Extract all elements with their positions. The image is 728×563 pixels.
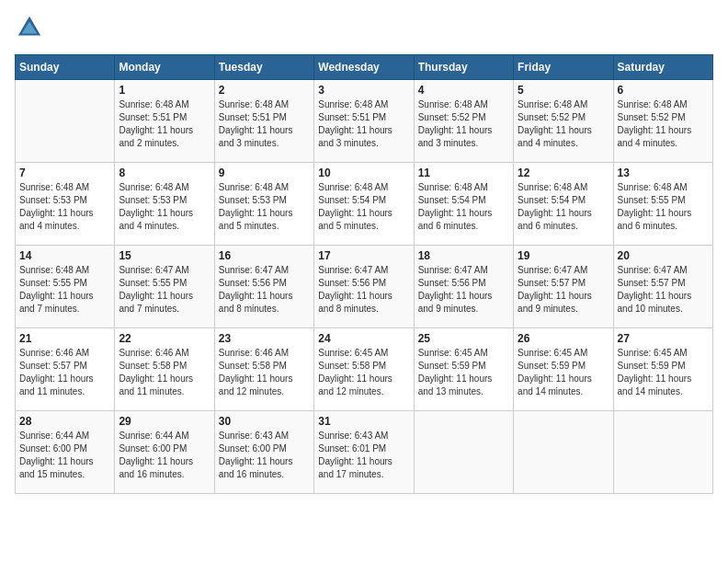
day-number: 13 [618, 167, 709, 179]
calendar-cell: 15Sunrise: 6:47 AMSunset: 5:55 PMDayligh… [115, 246, 214, 328]
day-number: 18 [418, 249, 509, 262]
day-number: 14 [19, 249, 110, 262]
calendar-cell: 6Sunrise: 6:48 AMSunset: 5:52 PMDaylight… [613, 80, 712, 163]
calendar-cell: 11Sunrise: 6:48 AMSunset: 5:54 PMDayligh… [414, 163, 513, 246]
calendar-cell: 20Sunrise: 6:47 AMSunset: 5:57 PMDayligh… [613, 246, 712, 328]
day-info: Sunrise: 6:45 AMSunset: 5:59 PMDaylight:… [618, 347, 709, 398]
column-header-monday: Monday [115, 55, 214, 80]
logo [15, 15, 42, 45]
calendar-header-row: SundayMondayTuesdayWednesdayThursdayFrid… [16, 55, 713, 80]
day-info: Sunrise: 6:47 AMSunset: 5:56 PMDaylight:… [219, 264, 310, 316]
calendar-cell: 1Sunrise: 6:48 AMSunset: 5:51 PMDaylight… [115, 80, 214, 163]
calendar-cell: 12Sunrise: 6:48 AMSunset: 5:54 PMDayligh… [514, 163, 613, 246]
calendar-table: SundayMondayTuesdayWednesdayThursdayFrid… [15, 54, 713, 494]
day-info: Sunrise: 6:47 AMSunset: 5:57 PMDaylight:… [618, 264, 709, 316]
calendar-week-1: 1Sunrise: 6:48 AMSunset: 5:51 PMDaylight… [16, 80, 713, 163]
day-number: 20 [618, 249, 709, 262]
day-number: 24 [318, 332, 409, 345]
day-info: Sunrise: 6:44 AMSunset: 6:00 PMDaylight:… [119, 430, 210, 481]
calendar-cell: 23Sunrise: 6:46 AMSunset: 5:58 PMDayligh… [214, 328, 313, 411]
day-info: Sunrise: 6:48 AMSunset: 5:53 PMDaylight:… [119, 181, 210, 233]
calendar-week-5: 28Sunrise: 6:44 AMSunset: 6:00 PMDayligh… [16, 411, 713, 494]
day-info: Sunrise: 6:43 AMSunset: 6:00 PMDaylight:… [219, 430, 310, 481]
day-info: Sunrise: 6:48 AMSunset: 5:53 PMDaylight:… [219, 181, 310, 233]
day-info: Sunrise: 6:47 AMSunset: 5:55 PMDaylight:… [119, 264, 210, 316]
day-number: 30 [219, 415, 310, 428]
day-number: 1 [119, 84, 210, 97]
day-number: 28 [19, 415, 110, 428]
day-info: Sunrise: 6:46 AMSunset: 5:57 PMDaylight:… [19, 347, 110, 398]
day-info: Sunrise: 6:48 AMSunset: 5:54 PMDaylight:… [418, 181, 509, 233]
day-number: 4 [418, 84, 509, 97]
column-header-wednesday: Wednesday [314, 55, 414, 80]
day-number: 6 [618, 84, 709, 97]
day-number: 31 [318, 415, 409, 428]
day-info: Sunrise: 6:48 AMSunset: 5:52 PMDaylight:… [618, 98, 709, 150]
calendar-cell: 21Sunrise: 6:46 AMSunset: 5:57 PMDayligh… [16, 328, 115, 411]
calendar-cell: 16Sunrise: 6:47 AMSunset: 5:56 PMDayligh… [214, 246, 313, 328]
column-header-sunday: Sunday [16, 55, 115, 80]
day-info: Sunrise: 6:48 AMSunset: 5:52 PMDaylight:… [418, 98, 509, 150]
calendar-cell: 5Sunrise: 6:48 AMSunset: 5:52 PMDaylight… [514, 80, 613, 163]
calendar-cell: 8Sunrise: 6:48 AMSunset: 5:53 PMDaylight… [115, 163, 214, 246]
day-number: 27 [618, 332, 709, 345]
calendar-cell: 26Sunrise: 6:45 AMSunset: 5:59 PMDayligh… [514, 328, 613, 411]
page-header [15, 15, 713, 45]
day-info: Sunrise: 6:48 AMSunset: 5:53 PMDaylight:… [19, 181, 110, 233]
calendar-cell: 31Sunrise: 6:43 AMSunset: 6:01 PMDayligh… [314, 411, 414, 494]
calendar-cell [514, 411, 613, 494]
day-info: Sunrise: 6:44 AMSunset: 6:00 PMDaylight:… [19, 430, 110, 481]
day-info: Sunrise: 6:47 AMSunset: 5:56 PMDaylight:… [418, 264, 509, 316]
calendar-cell [613, 411, 712, 494]
calendar-week-4: 21Sunrise: 6:46 AMSunset: 5:57 PMDayligh… [16, 328, 713, 411]
calendar-cell: 9Sunrise: 6:48 AMSunset: 5:53 PMDaylight… [214, 163, 313, 246]
calendar-cell: 29Sunrise: 6:44 AMSunset: 6:00 PMDayligh… [115, 411, 214, 494]
day-info: Sunrise: 6:46 AMSunset: 5:58 PMDaylight:… [219, 347, 310, 398]
calendar-week-2: 7Sunrise: 6:48 AMSunset: 5:53 PMDaylight… [16, 163, 713, 246]
day-info: Sunrise: 6:48 AMSunset: 5:55 PMDaylight:… [19, 264, 110, 316]
calendar-cell: 30Sunrise: 6:43 AMSunset: 6:00 PMDayligh… [214, 411, 313, 494]
day-number: 17 [318, 249, 409, 262]
day-number: 22 [119, 332, 210, 345]
calendar-cell: 27Sunrise: 6:45 AMSunset: 5:59 PMDayligh… [613, 328, 712, 411]
logo-icon [17, 15, 42, 40]
day-number: 3 [318, 84, 409, 97]
column-header-tuesday: Tuesday [214, 55, 313, 80]
day-number: 5 [518, 84, 609, 97]
day-number: 11 [418, 167, 509, 179]
column-header-friday: Friday [514, 55, 613, 80]
calendar-cell: 10Sunrise: 6:48 AMSunset: 5:54 PMDayligh… [314, 163, 414, 246]
day-number: 29 [119, 415, 210, 428]
day-info: Sunrise: 6:45 AMSunset: 5:58 PMDaylight:… [318, 347, 409, 398]
day-info: Sunrise: 6:48 AMSunset: 5:52 PMDaylight:… [518, 98, 609, 150]
calendar-cell: 13Sunrise: 6:48 AMSunset: 5:55 PMDayligh… [613, 163, 712, 246]
calendar-cell: 28Sunrise: 6:44 AMSunset: 6:00 PMDayligh… [16, 411, 115, 494]
day-info: Sunrise: 6:46 AMSunset: 5:58 PMDaylight:… [119, 347, 210, 398]
calendar-cell: 17Sunrise: 6:47 AMSunset: 5:56 PMDayligh… [314, 246, 414, 328]
day-info: Sunrise: 6:48 AMSunset: 5:51 PMDaylight:… [219, 98, 310, 150]
calendar-cell: 3Sunrise: 6:48 AMSunset: 5:51 PMDaylight… [314, 80, 414, 163]
day-number: 23 [219, 332, 310, 345]
calendar-cell [16, 80, 115, 163]
day-number: 8 [119, 167, 210, 179]
column-header-thursday: Thursday [414, 55, 513, 80]
day-number: 26 [518, 332, 609, 345]
day-info: Sunrise: 6:48 AMSunset: 5:54 PMDaylight:… [318, 181, 409, 233]
day-number: 15 [119, 249, 210, 262]
day-number: 21 [19, 332, 110, 345]
day-number: 2 [219, 84, 310, 97]
day-number: 12 [518, 167, 609, 179]
day-number: 10 [318, 167, 409, 179]
calendar-cell: 14Sunrise: 6:48 AMSunset: 5:55 PMDayligh… [16, 246, 115, 328]
column-header-saturday: Saturday [613, 55, 712, 80]
day-info: Sunrise: 6:45 AMSunset: 5:59 PMDaylight:… [418, 347, 509, 398]
day-info: Sunrise: 6:47 AMSunset: 5:56 PMDaylight:… [318, 264, 409, 316]
calendar-cell: 19Sunrise: 6:47 AMSunset: 5:57 PMDayligh… [514, 246, 613, 328]
day-info: Sunrise: 6:48 AMSunset: 5:55 PMDaylight:… [618, 181, 709, 233]
day-number: 9 [219, 167, 310, 179]
calendar-cell [414, 411, 513, 494]
day-number: 25 [418, 332, 509, 345]
day-number: 7 [19, 167, 110, 179]
day-info: Sunrise: 6:47 AMSunset: 5:57 PMDaylight:… [518, 264, 609, 316]
day-info: Sunrise: 6:45 AMSunset: 5:59 PMDaylight:… [518, 347, 609, 398]
